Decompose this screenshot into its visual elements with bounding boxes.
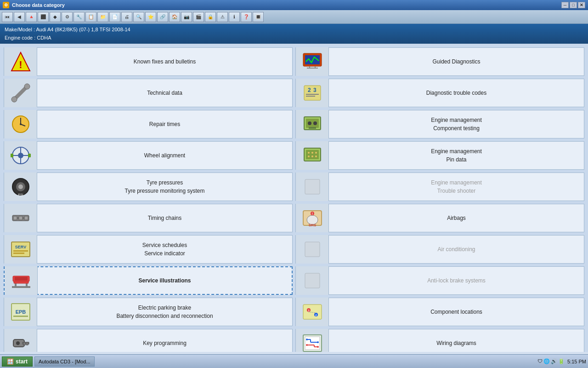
- svg-point-91: [317, 346, 319, 348]
- category-item-technical-data[interactable]: Technical data: [4, 79, 293, 107]
- wheel-alignment-label: Wheel alignment: [37, 151, 292, 160]
- svg-rect-10: [304, 86, 321, 100]
- category-item-wiring-diagrams[interactable]: Wiring diagrams: [295, 329, 584, 352]
- category-item-timing-chains[interactable]: Timing chains: [4, 204, 293, 232]
- diagnostic-trouble-label: Diagnostic trouble codes: [329, 89, 584, 97]
- svg-point-8: [11, 97, 17, 102]
- toolbar-camera[interactable]: 📷: [181, 12, 192, 22]
- toolbar-link[interactable]: 🔗: [157, 12, 168, 22]
- category-item-air-conditioning: Air conditioning: [295, 235, 584, 264]
- toolbar-file[interactable]: 📄: [109, 12, 120, 22]
- window-controls[interactable]: ─ □ ✕: [561, 2, 585, 8]
- svg-point-9: [24, 84, 30, 89]
- svg-text:PSI: PSI: [18, 193, 23, 196]
- category-item-airbags[interactable]: SRS ! Airbags: [295, 204, 584, 232]
- tray-volume-icon: 🔊: [551, 358, 557, 364]
- toolbar-wrench[interactable]: 🔧: [74, 12, 85, 22]
- category-item-repair-times[interactable]: Repair times: [4, 110, 293, 138]
- toolbar-stop[interactable]: ⬛: [38, 12, 49, 22]
- category-item-engine-mgmt-trouble: Engine managementTrouble shooter: [295, 172, 584, 201]
- wiring-diagrams-label: Wiring diagrams: [329, 339, 584, 347]
- svg-rect-79: [23, 342, 25, 345]
- wiring-diagrams-icon: [296, 329, 329, 352]
- wheel-alignment-icon: [4, 141, 37, 170]
- taskbar: 🪟 start Autodata CD3 - [Mod... 🛡 🌐 🔊 🔋 5…: [0, 354, 588, 368]
- service-schedules-icon: SERV: [4, 235, 37, 264]
- toolbar-grid[interactable]: 🔳: [253, 12, 264, 22]
- taskbar-right: 🛡 🌐 🔊 🔋 5:15 PM: [537, 358, 586, 364]
- toolbar-help[interactable]: ❓: [241, 12, 252, 22]
- category-item-wheel-alignment[interactable]: Wheel alignment: [4, 141, 293, 170]
- category-item-diagnostic-trouble[interactable]: 2 3 Diagnostic trouble codes: [295, 79, 584, 107]
- header-info: Make/Model : Audi A4 (8K2/8K5) (07-) 1,8…: [0, 24, 588, 44]
- guided-diagnostics-label: Guided Diagnostics: [329, 58, 584, 66]
- engine-mgmt-trouble-label: Engine managementTrouble shooter: [329, 178, 584, 195]
- minimize-button[interactable]: ─: [561, 2, 569, 8]
- category-item-key-programming[interactable]: Key programming: [4, 329, 293, 352]
- toolbar-lock[interactable]: 🔒: [205, 12, 216, 22]
- svg-rect-23: [309, 127, 316, 129]
- toolbar-shape[interactable]: ◆: [50, 12, 61, 22]
- maximize-button[interactable]: □: [570, 2, 577, 8]
- toolbar-video[interactable]: 🎬: [193, 12, 204, 22]
- key-programming-icon: [4, 329, 37, 352]
- tyre-pressures-icon: PSI: [4, 172, 37, 201]
- toolbar-star[interactable]: ⭐: [145, 12, 156, 22]
- tray-shield-icon: 🛡: [537, 358, 543, 364]
- electric-parking-icon: EPB: [4, 298, 37, 326]
- svg-rect-68: [13, 316, 28, 317]
- svg-rect-31: [306, 150, 319, 159]
- toolbar-clipboard[interactable]: 📋: [85, 12, 96, 22]
- category-item-tyre-pressures[interactable]: PSI Tyre pressuresTyre pressure monitori…: [4, 172, 293, 201]
- taskbar-app-label: Autodata CD3 - [Mod...: [39, 359, 90, 364]
- diagnostic-trouble-icon: 2 3: [296, 79, 329, 107]
- toolbar-print[interactable]: 🖨: [121, 12, 132, 22]
- category-item-guided-diagnostics[interactable]: Guided Diagnostics: [295, 47, 584, 76]
- service-illustrations-icon: [5, 266, 38, 295]
- tray-network-icon: 🌐: [543, 358, 550, 364]
- air-conditioning-icon: [296, 235, 329, 264]
- engine-mgmt-component-label: Engine managementComponent testing: [329, 116, 584, 132]
- timing-chains-label: Timing chains: [37, 214, 292, 222]
- engine-mgmt-pin-label: Engine managementPin data: [329, 147, 584, 164]
- start-icon: 🪟: [7, 358, 14, 365]
- svg-rect-44: [13, 216, 17, 220]
- toolbar-info[interactable]: ℹ: [229, 12, 240, 22]
- category-item-engine-mgmt-pin[interactable]: Engine managementPin data: [295, 141, 584, 170]
- guided-diagnostics-icon: [296, 47, 329, 76]
- engine-mgmt-trouble-icon: [296, 172, 329, 201]
- toolbar-warning[interactable]: ⚠: [217, 12, 228, 22]
- toolbar-first[interactable]: ⏮: [2, 12, 13, 22]
- electric-parking-label: Electric parking brakeBattery disconnect…: [37, 304, 292, 320]
- svg-point-37: [315, 155, 317, 157]
- timing-chains-icon: [4, 204, 37, 232]
- svg-point-40: [18, 184, 23, 189]
- service-schedules-label: Service schedulesService indicator: [37, 241, 292, 258]
- toolbar-settings[interactable]: ⚙: [62, 12, 73, 22]
- category-item-known-fixes[interactable]: ! Known fixes and bulletins: [4, 47, 293, 76]
- category-item-anti-lock-brake: Anti-lock brake systems: [295, 266, 584, 295]
- start-button[interactable]: 🪟 start: [2, 356, 33, 367]
- category-item-service-illustrations[interactable]: Service illustrations: [4, 266, 293, 295]
- airbags-icon: SRS !: [296, 204, 329, 232]
- toolbar-search[interactable]: 🔍: [133, 12, 144, 22]
- toolbar-back[interactable]: ◀: [14, 12, 25, 22]
- svg-point-90: [306, 344, 308, 346]
- component-locations-label: Component locations: [329, 308, 584, 316]
- toolbar-alert[interactable]: 🔺: [26, 12, 37, 22]
- svg-point-88: [306, 339, 308, 340]
- category-item-service-schedules[interactable]: SERV Service schedulesService indicator: [4, 235, 293, 264]
- toolbar-home[interactable]: 🏠: [169, 12, 180, 22]
- taskbar-app-item[interactable]: Autodata CD3 - [Mod...: [34, 356, 95, 367]
- svg-point-35: [308, 155, 310, 157]
- category-item-component-locations[interactable]: 3 2 Component locations: [295, 298, 584, 326]
- svg-rect-54: [11, 242, 30, 257]
- svg-text:SRS: SRS: [308, 223, 316, 227]
- toolbar-folder[interactable]: 📁: [97, 12, 108, 22]
- close-button[interactable]: ✕: [578, 2, 585, 8]
- category-item-engine-mgmt-component[interactable]: Engine managementComponent testing: [295, 110, 584, 138]
- title-bar: ⚙ Choose data category ─ □ ✕: [0, 0, 588, 10]
- anti-lock-brake-icon: [296, 266, 329, 295]
- air-conditioning-label: Air conditioning: [329, 245, 584, 253]
- category-item-electric-parking[interactable]: EPB Electric parking brakeBattery discon…: [4, 298, 293, 326]
